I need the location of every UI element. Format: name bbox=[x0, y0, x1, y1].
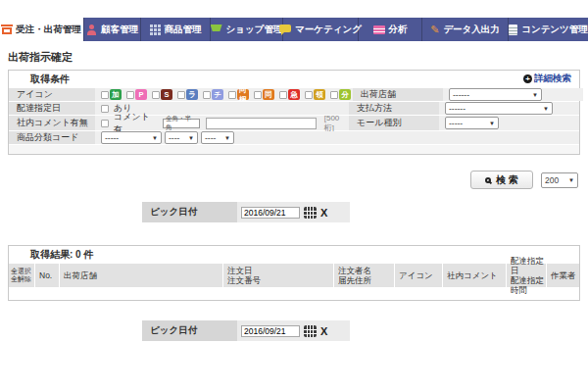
category-select-2-value: ---- bbox=[169, 133, 179, 143]
pick-date-label: ピック日付 bbox=[142, 320, 237, 341]
mall-label: モール種別 bbox=[349, 116, 439, 130]
comment-checkbox[interactable] bbox=[101, 120, 109, 127]
filter-row-comment: 社内コメント有無 コメント有 全角・半角 [500桁] モール種別 ----- bbox=[9, 115, 579, 130]
delivery-date-label: 配達指定日 bbox=[9, 102, 95, 115]
calendar-icon[interactable] bbox=[304, 325, 317, 337]
delivery-date-checkbox[interactable] bbox=[101, 105, 109, 113]
results-title: 取得結果: 0 件 bbox=[9, 246, 579, 263]
icon-row-label: アイコン bbox=[9, 88, 95, 101]
comment-input[interactable] bbox=[206, 118, 317, 129]
icon-filter-item: ラ bbox=[177, 89, 198, 100]
tab-label: 分析 bbox=[389, 24, 408, 36]
marketing-bubble-icon bbox=[279, 24, 291, 32]
tab-label: マーケティング bbox=[295, 24, 362, 36]
charset-tag: 全角・半角 bbox=[163, 119, 200, 128]
search-button-label: 検 索 bbox=[496, 173, 518, 187]
plus-circle-icon bbox=[523, 74, 532, 83]
col-store: 出荷店舗 bbox=[59, 264, 222, 287]
icon-checkbox[interactable] bbox=[203, 91, 211, 99]
pick-date-bar-bottom: ピック日付 X bbox=[142, 320, 350, 341]
pick-date-bar-top: ピック日付 X bbox=[142, 202, 350, 222]
payment-select[interactable]: ------ bbox=[445, 102, 553, 115]
pick-date-input[interactable] bbox=[241, 207, 300, 219]
top-navbar: 受注・出荷管理 顧客管理 商品管理 ショップ管理 マーケティング 分析 ✎ デー… bbox=[0, 18, 588, 41]
product-grid-icon bbox=[150, 24, 161, 35]
icon-checkbox[interactable] bbox=[330, 91, 338, 99]
tab-customers[interactable]: 顧客管理 bbox=[84, 18, 141, 41]
icon-checkbox[interactable] bbox=[126, 91, 134, 99]
pick-date-input[interactable] bbox=[241, 325, 300, 337]
icon-filter-item: 急 bbox=[279, 89, 300, 100]
filter-panel-footer bbox=[9, 144, 579, 154]
tab-analysis[interactable]: 分析 bbox=[359, 18, 422, 41]
content-doc-icon bbox=[509, 24, 517, 35]
tab-label: データ入出力 bbox=[443, 24, 499, 36]
col-delivery-date-time: 配達指定日配達指定時間 bbox=[506, 264, 546, 287]
icon-checkbox[interactable] bbox=[254, 91, 262, 99]
icon-badge: 加 bbox=[110, 89, 122, 100]
pick-date-label: ピック日付 bbox=[142, 202, 237, 222]
icon-filter-item: P bbox=[126, 89, 147, 100]
icon-filter-item: 加 bbox=[101, 89, 122, 100]
filter-panel-header: 取得条件 詳細検索 bbox=[9, 71, 579, 87]
tab-content[interactable]: コンテンツ管理 bbox=[509, 18, 588, 41]
category-select-1[interactable]: ----- bbox=[101, 131, 162, 144]
category-select-3[interactable]: ---- bbox=[201, 131, 234, 144]
page-size-value: 200 bbox=[545, 175, 559, 185]
customer-person-icon bbox=[86, 24, 97, 35]
results-empty-row bbox=[9, 287, 579, 300]
tab-marketing[interactable]: マーケティング bbox=[283, 18, 359, 41]
category-select-2[interactable]: ---- bbox=[165, 131, 198, 144]
payment-select-value: ------ bbox=[449, 104, 466, 114]
tab-order-shipping[interactable]: 受注・出荷管理 bbox=[0, 18, 84, 41]
select-all-header[interactable]: 全選択 全解除 bbox=[9, 264, 34, 287]
icon-checkbox[interactable] bbox=[101, 91, 109, 99]
search-icon bbox=[485, 177, 491, 183]
category-label: 商品分類コード bbox=[9, 131, 95, 144]
select-all-label: 全選択 bbox=[11, 268, 34, 275]
tab-data-io[interactable]: ✎ データ入出力 bbox=[422, 18, 509, 41]
tab-label: コンテンツ管理 bbox=[521, 24, 588, 36]
clear-date-button[interactable]: X bbox=[320, 207, 327, 219]
comment-hint: [500桁] bbox=[324, 114, 349, 133]
clear-date-button[interactable]: X bbox=[320, 325, 327, 337]
deselect-all-label: 全解除 bbox=[11, 275, 34, 283]
icon-filter-item: 領 bbox=[305, 89, 325, 100]
tab-products[interactable]: 商品管理 bbox=[141, 18, 211, 41]
tab-label: 受注・出荷管理 bbox=[16, 24, 81, 36]
tab-shop[interactable]: ショップ管理 bbox=[211, 18, 283, 41]
mall-select-value: ----- bbox=[449, 119, 463, 128]
col-order-date-number: 注文日注文番号 bbox=[222, 264, 333, 287]
mall-select[interactable]: ----- bbox=[445, 117, 499, 129]
icon-filter-item: 同 bbox=[254, 89, 274, 100]
icon-checkbox[interactable] bbox=[279, 91, 287, 99]
order-box-icon bbox=[2, 27, 12, 34]
icon-checkbox[interactable] bbox=[305, 91, 313, 99]
advanced-search-link[interactable]: 詳細検索 bbox=[523, 73, 571, 85]
icon-checkbox[interactable] bbox=[152, 91, 160, 99]
category-select-1-value: ----- bbox=[105, 133, 119, 143]
search-button[interactable]: 検 索 bbox=[470, 171, 533, 189]
store-content: ------ bbox=[443, 88, 583, 101]
icon-filter-item: チ bbox=[203, 89, 223, 100]
filter-row-category: 商品分類コード ----- ---- ---- bbox=[9, 130, 579, 144]
col-worker: 作業者 bbox=[546, 264, 579, 287]
comment-row-content: コメント有 全角・半角 [500桁] bbox=[95, 116, 349, 130]
icon-checkbox[interactable] bbox=[228, 91, 236, 99]
icon-checkbox[interactable] bbox=[177, 91, 185, 99]
store-select-value: ------ bbox=[453, 90, 469, 100]
icon-badge: 同梱 bbox=[237, 89, 249, 100]
page-size-select[interactable]: 200 bbox=[541, 172, 578, 188]
page-title: 出荷指示確定 bbox=[8, 50, 588, 65]
col-comment: 社内コメント bbox=[442, 264, 506, 287]
calendar-icon[interactable] bbox=[304, 207, 317, 219]
analysis-mail-icon bbox=[373, 25, 385, 34]
filter-row-icons: アイコン 加 P S ラ チ 同梱 同 急 領 分 出荷店舗 ------ bbox=[9, 87, 579, 101]
shop-cart-icon bbox=[211, 24, 222, 31]
icon-badge: 分 bbox=[339, 89, 351, 100]
col-no: No. bbox=[34, 264, 59, 287]
icon-badge: 同 bbox=[263, 89, 274, 100]
store-label: 出荷店舗 bbox=[353, 88, 443, 101]
store-select[interactable]: ------ bbox=[449, 88, 542, 101]
icon-badge: チ bbox=[212, 89, 223, 100]
